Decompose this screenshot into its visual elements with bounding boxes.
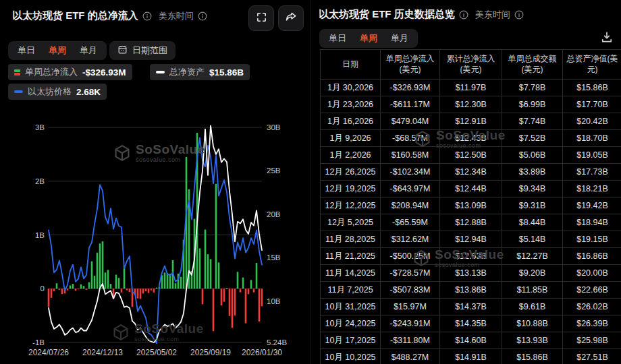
cell-inflow: $479.04M: [381, 113, 440, 130]
timezone-label: 美东时间: [475, 9, 510, 21]
download-icon: [600, 30, 614, 47]
svg-text:2024/12/13: 2024/12/13: [82, 348, 123, 357]
cell-cumulative: $12.43B: [440, 130, 502, 147]
cell-date: 11月 14,2025: [321, 265, 381, 282]
cell-nav: $16.86B: [563, 248, 621, 265]
legend-label: 总净资产: [169, 66, 205, 78]
cell-date: 1月 16,2026: [321, 113, 381, 130]
cell-inflow: -$728.57M: [381, 265, 440, 282]
cell-cumulative: $14.37B: [440, 299, 502, 315]
info-icon[interactable]: [514, 10, 524, 20]
cell-volume: $3.89B: [502, 164, 563, 181]
cell-cumulative: $13.09B: [440, 198, 502, 214]
legend-label: 以太坊价格: [28, 86, 72, 98]
cell-volume: $5.06B: [502, 147, 563, 164]
cell-volume: $9.20B: [502, 265, 563, 282]
legend-label: 单周总净流入: [25, 66, 78, 78]
column-header: 单周总成交额 (美元): [502, 50, 563, 80]
legend-eth-price[interactable]: 以太坊价格 2.68K: [8, 84, 107, 100]
cell-inflow: -$500.25M: [381, 248, 440, 265]
inflow-bars-icon: [14, 69, 20, 75]
cell-date: 10月 31,2025: [321, 299, 381, 315]
table-row: 1月 9,2026-$68.57M$12.43B$7.52B$18.70B: [321, 130, 621, 147]
cell-cumulative: $14.35B: [440, 315, 502, 332]
cell-nav: $27.51B: [563, 349, 621, 364]
cell-date: 11月 21,2025: [321, 248, 381, 265]
cell-inflow: $208.94M: [381, 198, 440, 214]
cell-nav: $19.15B: [563, 231, 621, 248]
chart-title: 以太坊现货 ETF 的总净流入: [12, 9, 138, 22]
cell-date: 12月 5,2025: [321, 214, 381, 231]
cell-volume: $9.61B: [502, 299, 563, 315]
download-button[interactable]: [598, 30, 616, 47]
svg-text:15B: 15B: [267, 253, 281, 262]
cell-volume: $5.14B: [502, 231, 563, 248]
left-panel-header: 以太坊现货 ETF 的总净流入 美东时间: [12, 9, 207, 22]
legend-weekly-inflow[interactable]: 单周总净流入 -$326.93M: [8, 64, 132, 80]
svg-text:2026/01/30: 2026/01/30: [242, 348, 282, 357]
cell-nav: $20.42B: [563, 113, 621, 130]
table-row: 12月 26,2025-$102.34M$12.34B$3.89B$17.73B: [321, 164, 621, 181]
table-row: 11月 7,2025-$507.83M$13.86B$11.85B$22.66B: [321, 282, 621, 299]
table-header: 日期单周总净流入 (美元)累计总净流入 (美元)单周总成交额 (美元)总资产净值…: [321, 50, 621, 80]
tab-monthly[interactable]: 单月: [73, 43, 104, 58]
cell-date: 12月 26,2025: [321, 164, 381, 181]
calendar-icon: [117, 44, 128, 57]
cell-nav: $22.66B: [563, 282, 621, 299]
legend-value: $15.86B: [209, 67, 244, 78]
cell-volume: $7.78B: [502, 80, 563, 96]
table-row: 1月 16,2026$479.04M$12.91B$7.74B$20.42B: [321, 113, 621, 130]
svg-text:10B: 10B: [267, 297, 281, 305]
share-icon: [285, 11, 297, 26]
svg-text:5.24B: 5.24B: [267, 338, 287, 346]
cell-inflow: -$102.34M: [381, 164, 440, 181]
tab-daily[interactable]: 单日: [322, 31, 353, 46]
column-header: 累计总净流入 (美元): [440, 50, 502, 80]
date-range-button[interactable]: 日期范围: [109, 41, 176, 60]
cell-date: 12月 19,2025: [321, 181, 381, 198]
info-icon[interactable]: [459, 10, 468, 20]
cell-inflow: $488.27M: [381, 349, 440, 364]
cell-volume: $13.93B: [502, 332, 563, 349]
cell-date: 10月 24,2025: [321, 315, 381, 332]
cell-volume: $12.27B: [502, 248, 563, 265]
tab-weekly[interactable]: 单周: [353, 31, 384, 46]
legend-total-assets[interactable]: 总净资产 $15.86B: [150, 64, 250, 80]
cell-nav: $17.73B: [563, 164, 621, 181]
info-icon[interactable]: [198, 11, 207, 21]
tab-monthly[interactable]: 单月: [384, 31, 415, 46]
cell-nav: $20.00B: [563, 265, 621, 282]
right-panel-header: 以太坊现货 ETF 历史数据总览 美东时间: [319, 8, 524, 21]
cell-cumulative: $13.13B: [440, 265, 502, 282]
share-button[interactable]: [278, 5, 304, 31]
cell-cumulative: $12.44B: [440, 181, 502, 198]
legend-value: 2.68K: [76, 87, 101, 97]
svg-text:2025/09/19: 2025/09/19: [190, 348, 231, 357]
cell-inflow: -$611.17M: [381, 96, 440, 113]
cell-cumulative: $12.63B: [440, 248, 502, 265]
cell-volume: $8.44B: [502, 214, 563, 231]
cell-inflow: -$507.83M: [381, 282, 440, 299]
cell-cumulative: $12.91B: [440, 113, 502, 130]
cell-nav: $25.98B: [563, 332, 621, 349]
cell-volume: $9.34B: [502, 181, 563, 198]
cell-date: 12月 12,2025: [321, 198, 381, 214]
assets-line-icon: [156, 71, 165, 73]
table-row: 12月 12,2025$208.94M$13.09B$9.31B$19.42B: [321, 198, 621, 214]
tab-weekly[interactable]: 单周: [42, 43, 73, 58]
cell-nav: $26.39B: [563, 315, 621, 332]
history-table: 日期单周总净流入 (美元)累计总净流入 (美元)单周总成交额 (美元)总资产净值…: [320, 49, 621, 364]
net-inflow-chart[interactable]: 3B2B1B0-1B30B25B20B15B10B5.24B2024/07/26…: [0, 108, 310, 364]
history-table-panel: 以太坊现货 ETF 历史数据总览 美东时间 单日 单周 单月 日期单周总净流入 …: [310, 0, 621, 364]
info-icon[interactable]: [142, 11, 152, 21]
date-range-label: 日期范围: [132, 44, 167, 57]
table-title: 以太坊现货 ETF 历史数据总览: [319, 8, 455, 21]
cell-inflow: $160.58M: [381, 147, 440, 164]
period-tabs: 单日 单周 单月: [319, 29, 418, 48]
table-row: 1月 2,2026$160.58M$12.50B$5.06B$19.05B: [321, 147, 621, 164]
net-inflow-chart-panel: 以太坊现货 ETF 的总净流入 美东时间: [0, 0, 310, 364]
fullscreen-button[interactable]: [248, 5, 274, 31]
cell-nav: $18.21B: [563, 181, 621, 198]
cell-inflow: -$65.59M: [381, 214, 440, 231]
tab-daily[interactable]: 单日: [11, 43, 42, 58]
